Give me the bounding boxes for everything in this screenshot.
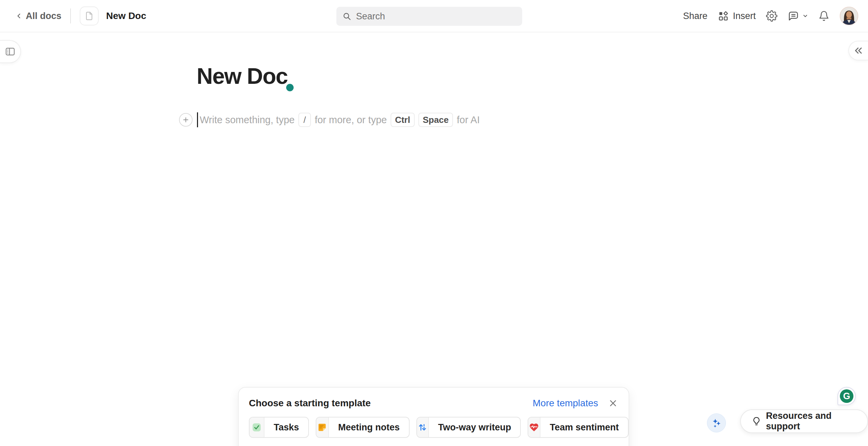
sidebar-panel-icon: [5, 46, 16, 57]
resources-support-label: Resources and support: [766, 411, 857, 432]
plus-icon: [182, 116, 190, 124]
template-panel-header: Choose a starting template More template…: [239, 388, 629, 409]
search-icon: [342, 12, 351, 21]
tasks-check-icon: [250, 417, 264, 437]
space-key-badge: Space: [418, 113, 453, 127]
sparkles-icon: [711, 417, 722, 428]
insert-label: Insert: [733, 11, 756, 21]
search-bar[interactable]: [336, 7, 522, 26]
more-templates-link[interactable]: More templates: [533, 398, 598, 409]
lightbulb-icon: [751, 416, 762, 426]
header-left-group: All docs New Doc: [16, 0, 146, 32]
starting-template-panel: Choose a starting template More template…: [238, 387, 629, 446]
bell-icon: [818, 11, 829, 21]
two-way-arrows-icon: [417, 417, 429, 437]
slash-key-badge: /: [298, 113, 311, 127]
compose-row: Write something, type / for more, or typ…: [179, 112, 480, 128]
doc-title: New Doc: [106, 11, 146, 21]
comment-bubble-icon: [788, 10, 799, 22]
template-label: Meeting notes: [329, 417, 409, 437]
editor-placeholder[interactable]: Write something, type / for more, or typ…: [200, 113, 480, 127]
notifications-button[interactable]: [818, 11, 829, 21]
share-button[interactable]: Share: [683, 11, 707, 21]
template-label: Tasks: [264, 417, 308, 437]
template-label: Two-way writeup: [429, 417, 520, 437]
close-template-panel-button[interactable]: [608, 398, 618, 408]
chevron-down-icon: [802, 13, 808, 19]
doc-icon-button[interactable]: [80, 6, 99, 25]
template-meeting-notes-button[interactable]: Meeting notes: [316, 417, 410, 438]
close-icon: [608, 398, 618, 408]
sidebar-toggle-button[interactable]: [0, 40, 21, 63]
placeholder-text-1: Write something, type: [200, 114, 295, 126]
search-input[interactable]: [356, 11, 516, 22]
document-icon: [84, 11, 94, 21]
template-team-sentiment-button[interactable]: Team sentiment: [528, 417, 629, 438]
placeholder-text-2: for more, or type: [315, 114, 387, 126]
template-two-way-writeup-button[interactable]: Two-way writeup: [416, 417, 521, 438]
template-tasks-button[interactable]: Tasks: [249, 417, 309, 438]
all-docs-label: All docs: [26, 11, 61, 21]
template-buttons-row: Tasks Meeting notes Two-way writeup Team…: [249, 417, 629, 438]
ai-assistant-button[interactable]: [707, 413, 726, 432]
placeholder-text-3: for AI: [457, 114, 480, 126]
user-avatar[interactable]: [840, 6, 859, 25]
header-divider: [70, 8, 71, 23]
grammarly-button[interactable]: G: [837, 387, 856, 405]
comments-dropdown-button[interactable]: [788, 10, 808, 22]
double-chevron-left-icon: [853, 45, 864, 56]
presence-cursor-dot: [286, 84, 294, 91]
header-right-group: Share Insert: [683, 0, 859, 32]
top-bar: All docs New Doc Share Insert: [0, 0, 868, 32]
app-window: All docs New Doc Share Insert: [0, 0, 868, 446]
template-label: Team sentiment: [540, 417, 628, 437]
avatar-image: [840, 6, 859, 25]
settings-button[interactable]: [766, 10, 777, 22]
resources-support-button[interactable]: Resources and support: [740, 409, 868, 433]
insert-button[interactable]: Insert: [717, 10, 756, 22]
chevron-left-icon: [16, 13, 22, 19]
all-docs-back-link[interactable]: All docs: [16, 11, 61, 21]
doc-heading[interactable]: New Doc: [197, 63, 288, 89]
insert-grid-icon: [717, 10, 729, 22]
ctrl-key-badge: Ctrl: [391, 113, 415, 127]
expand-right-panel-button[interactable]: [848, 41, 868, 60]
add-block-button[interactable]: [179, 113, 193, 127]
meeting-notes-icon: [316, 417, 329, 437]
heart-pulse-icon: [528, 417, 540, 437]
grammarly-icon: G: [840, 389, 853, 403]
template-panel-title: Choose a starting template: [249, 398, 533, 409]
gear-icon: [766, 10, 777, 22]
text-cursor: [197, 112, 198, 127]
